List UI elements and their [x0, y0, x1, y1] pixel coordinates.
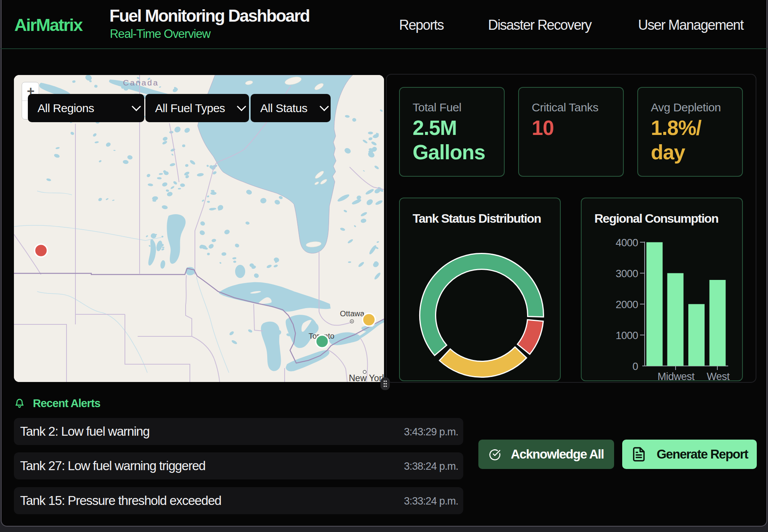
svg-text:Midwest: Midwest [657, 371, 695, 380]
svg-text:Canada: Canada [123, 78, 159, 87]
svg-text:2000: 2000 [616, 299, 638, 310]
svg-text:3000: 3000 [616, 268, 638, 280]
svg-text:Ottawa: Ottawa [340, 309, 365, 318]
svg-text:West: West [707, 371, 730, 380]
svg-text:1000: 1000 [616, 330, 638, 341]
svg-text:New York: New York [349, 373, 384, 382]
svg-text:0: 0 [632, 361, 638, 372]
svg-text:4000: 4000 [616, 237, 638, 249]
